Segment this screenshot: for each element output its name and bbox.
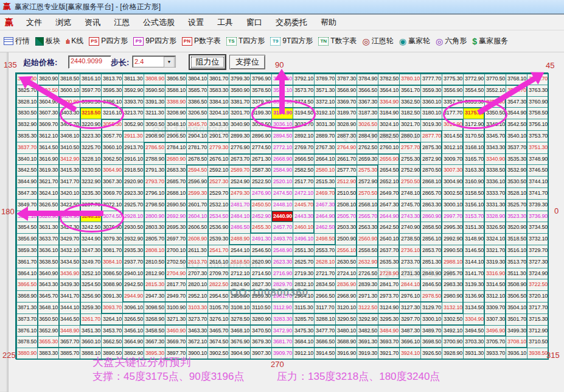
toolbar-item[interactable]: P99P四方形 xyxy=(133,36,176,46)
grid-cell: 3096.10 xyxy=(123,303,144,313)
grid-cell: 3398.50 xyxy=(80,97,101,108)
grid-cell: 3612.10 xyxy=(38,131,58,142)
grid-cell: 3938.50 xyxy=(527,348,548,359)
grid-cell: 2980.90 xyxy=(442,291,463,302)
grid-cell: 3328.90 xyxy=(485,211,506,222)
grid-cell: 2731.30 xyxy=(400,268,420,279)
toolbar-item-label: T数字表 xyxy=(330,36,357,46)
grid-cell: 3276.10 xyxy=(208,314,229,325)
grid-cell: 3621.70 xyxy=(38,177,58,187)
toolbar-item[interactable]: $赢家服务 xyxy=(472,36,508,46)
grid-cell: 2760.10 xyxy=(378,142,399,153)
grid-cell: 3792.10 xyxy=(293,74,314,85)
grid-cell: 3144.10 xyxy=(464,257,484,268)
chevron-down-icon[interactable]: ▼ xyxy=(164,57,175,68)
menu-item-9[interactable]: 交易委托 xyxy=(269,16,314,29)
grid-cell: 2764.90 xyxy=(336,142,357,153)
grid-cell: 3379.30 xyxy=(251,97,271,108)
grid-cell: 3813.70 xyxy=(102,74,122,85)
toolbar-item[interactable]: TNT数字表 xyxy=(318,36,357,46)
grid-cell: 3410.50 xyxy=(59,142,80,153)
grid-cell: 3436.90 xyxy=(59,268,80,279)
toolbar-item[interactable]: PSP四方形 xyxy=(89,36,128,46)
toolbar-item-label: K线 xyxy=(71,36,83,46)
grid-cell: 3842.50 xyxy=(16,165,37,176)
grid-cell: 2467.30 xyxy=(315,200,335,211)
grid-cell: 3091.30 xyxy=(102,291,122,302)
grid-cell: 2491.30 xyxy=(251,234,271,245)
grid-cell: 3763.30 xyxy=(527,85,548,96)
grid-cell: 3273.70 xyxy=(187,314,207,325)
grid-cell: 3441.70 xyxy=(59,291,80,302)
toolbar-item[interactable]: PNP数字表 xyxy=(182,36,221,46)
grid-cell: 2580.10 xyxy=(315,165,335,176)
grid-cell: 2966.50 xyxy=(315,291,335,302)
grid-cell: 2457.70 xyxy=(272,222,293,233)
menu-item-3[interactable]: 资讯 xyxy=(78,16,107,29)
menu-item-1[interactable]: 文件 xyxy=(19,16,49,29)
support-button[interactable]: 支撑位 xyxy=(229,55,265,69)
grid-cell: 2988.10 xyxy=(442,257,463,268)
grid-cell: 3684.10 xyxy=(293,337,314,348)
menu-item-4[interactable]: 江恩 xyxy=(107,16,136,29)
grid-cell: 2508.10 xyxy=(336,200,357,211)
step-select[interactable]: 2.4 ▼ xyxy=(132,55,176,68)
menu-item-2[interactable]: 浏览 xyxy=(49,16,78,29)
grid-cell: 3453.70 xyxy=(102,326,122,337)
grid-cell: 3559.30 xyxy=(421,85,442,96)
menu-item-10[interactable]: 帮助 xyxy=(314,16,343,29)
grid-cell: 2952.10 xyxy=(187,291,207,302)
grid-cell: 2796.10 xyxy=(144,188,165,199)
grid-cell: 3578.50 xyxy=(251,85,271,96)
grid-cell: 3811.30 xyxy=(123,74,144,85)
grid-cell: 3028.90 xyxy=(336,119,357,130)
start-price-input[interactable]: 2440.9099 xyxy=(68,55,111,69)
grid-cell: 3609.70 xyxy=(38,119,58,130)
menu-item-8[interactable]: 窗口 xyxy=(240,16,269,29)
grid-cell: 3163.30 xyxy=(464,165,484,176)
grid-cell: 3607.30 xyxy=(38,108,58,119)
grid-cell: 2772.10 xyxy=(272,142,293,153)
toolbar-item[interactable]: ◉赢家轮 xyxy=(399,36,430,46)
grid-cell: 2829.70 xyxy=(272,279,293,290)
resistance-button[interactable]: 阻力位 xyxy=(189,54,226,70)
grid-cell: 2448.10 xyxy=(272,200,293,211)
grid-cell: 3801.70 xyxy=(208,74,229,85)
grid-cell: 3252.10 xyxy=(80,268,101,279)
menu-item-5[interactable]: 公式选股 xyxy=(136,16,181,29)
toolbar-item[interactable]: ◎江恩轮 xyxy=(363,36,394,46)
grid-cell: 3662.50 xyxy=(102,337,122,348)
grid-cell: 3873.70 xyxy=(16,314,37,325)
toolbar-item-label: 赢家服务 xyxy=(479,36,508,46)
grid-cell: 2556.10 xyxy=(336,245,357,256)
grid-cell: 3465.70 xyxy=(208,326,229,337)
grid-cell: 2481.70 xyxy=(229,200,250,211)
grid-cell: 2539.30 xyxy=(208,234,229,245)
grid-cell: 2515.30 xyxy=(315,177,335,187)
grid-cell: 2493.70 xyxy=(272,234,293,245)
grid-cell: 2704.90 xyxy=(165,268,186,279)
toolbar-item[interactable]: ılıK线 xyxy=(66,36,83,46)
toolbar-item[interactable]: 板块 xyxy=(35,36,60,46)
grid-cell: 2781.70 xyxy=(187,142,207,153)
toolbar-item[interactable]: ◎六角形 xyxy=(436,36,467,46)
grid-cell: 2846.50 xyxy=(421,279,442,290)
grid-cell: 2868.10 xyxy=(421,177,442,187)
menu-item-7[interactable]: 工具 xyxy=(211,16,240,29)
menu-item-6[interactable]: 设置 xyxy=(181,16,211,29)
grid-cell: 2716.90 xyxy=(272,268,293,279)
grid-cell: 3127.30 xyxy=(400,303,420,313)
grid-cell: 3765.70 xyxy=(527,74,548,85)
grid-cell: 2522.50 xyxy=(251,177,271,187)
grid-cell: 3201.70 xyxy=(229,108,250,119)
window-title: 赢家江恩专业版[赢家服务平台] - [价格正方形] xyxy=(15,2,161,12)
grid-cell: 3259.30 xyxy=(80,303,101,313)
toolbar-item[interactable]: 行情 xyxy=(4,36,30,46)
grid-cell: 3732.10 xyxy=(527,234,548,245)
grid-cell: 3012.10 xyxy=(442,142,463,153)
grid-cell: 2592.10 xyxy=(208,165,229,176)
toolbar-item[interactable]: T99T四方形 xyxy=(270,36,313,46)
grid-cell: 2810.50 xyxy=(144,257,165,268)
toolbar-item[interactable]: TST四方形 xyxy=(226,36,265,46)
grid-cell: 2632.90 xyxy=(357,257,378,268)
